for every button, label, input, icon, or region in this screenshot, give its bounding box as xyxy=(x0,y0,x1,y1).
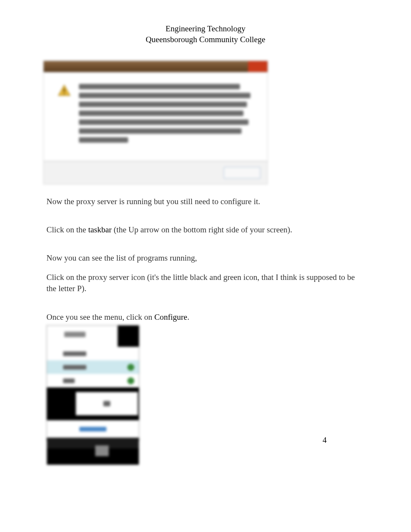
paragraph-1: Now the proxy server is running but you … xyxy=(46,196,365,207)
p2-part-a: Click on the xyxy=(46,225,88,234)
menu-row xyxy=(47,347,139,360)
menu-row-highlighted xyxy=(47,360,139,374)
menu-link-row xyxy=(47,420,139,438)
svg-rect-0 xyxy=(64,89,65,92)
p2-emph-taskbar: taskbar xyxy=(88,225,112,234)
paragraph-2: Click on the taskbar (the Up arrow on th… xyxy=(46,224,365,235)
p5-part-a: Once you see the menu, click on xyxy=(46,312,154,322)
paragraph-4: Click on the proxy server icon (it's the… xyxy=(46,272,365,295)
dialog-body xyxy=(43,72,268,161)
header-line-1: Engineering Technology xyxy=(46,23,365,34)
header-line-2: Queensborough Community College xyxy=(46,34,365,45)
dialog-footer xyxy=(43,161,268,184)
menu-row xyxy=(47,374,139,387)
paragraph-3: Now you can see the list of programs run… xyxy=(46,252,365,264)
dialog-text-block xyxy=(79,84,254,153)
page-number: 4 xyxy=(323,435,327,445)
dialog-titlebar xyxy=(43,61,268,72)
status-dot-icon xyxy=(127,364,134,371)
warning-icon xyxy=(57,84,71,98)
dialog-screenshot xyxy=(43,61,268,184)
menu-mid xyxy=(47,387,139,420)
menu-screenshot xyxy=(46,325,139,441)
paragraph-5: Once you see the menu, click on Configur… xyxy=(46,312,365,323)
ok-button xyxy=(224,167,260,179)
status-dot-icon xyxy=(127,377,134,384)
p5-emph-configure: Configure xyxy=(154,312,187,322)
menu-top xyxy=(47,326,139,347)
close-icon xyxy=(248,61,267,72)
document-page: Engineering Technology Queensborough Com… xyxy=(0,0,411,441)
p2-part-b: (the Up arrow on the bottom right side o… xyxy=(112,225,293,234)
page-header: Engineering Technology Queensborough Com… xyxy=(46,23,365,45)
p5-part-b: . xyxy=(187,312,189,322)
menu-bottom xyxy=(47,438,139,465)
svg-rect-1 xyxy=(64,93,65,94)
menu-link xyxy=(79,427,106,431)
